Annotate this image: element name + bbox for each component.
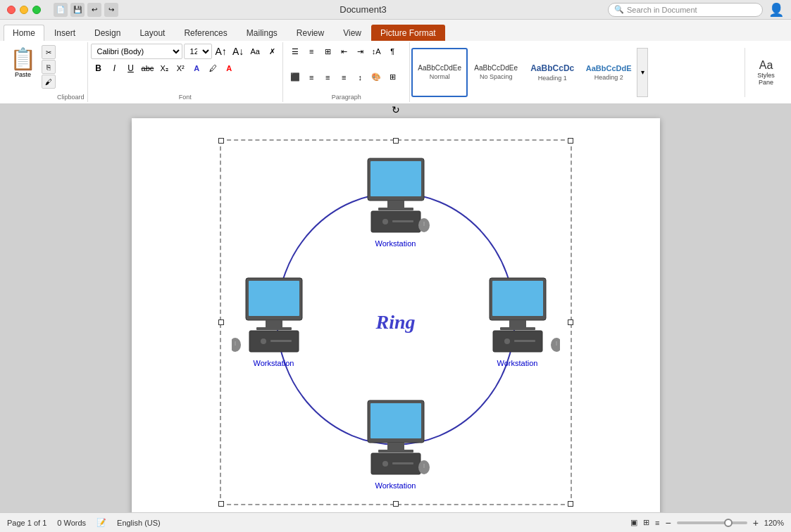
format-painter-button[interactable]: 🖌 bbox=[42, 75, 56, 89]
copy-button[interactable]: ⎘ bbox=[42, 60, 56, 74]
style-normal[interactable]: AaBbCcDdEe Normal bbox=[411, 48, 468, 97]
title-bar-right: 🔍 Search in Document 👤 bbox=[608, 2, 784, 18]
numbering-button[interactable]: ≡ bbox=[304, 44, 319, 59]
bold-button[interactable]: B bbox=[91, 61, 106, 76]
tab-review[interactable]: Review bbox=[287, 25, 333, 41]
undo-icon[interactable]: ↩ bbox=[87, 3, 101, 17]
style-heading2-label: Heading 2 bbox=[594, 74, 623, 81]
handle-tl[interactable] bbox=[218, 138, 224, 144]
increase-indent-button[interactable]: ⇥ bbox=[352, 44, 368, 59]
font-name-select[interactable]: Calibri (Body) bbox=[91, 44, 182, 59]
minimize-button[interactable] bbox=[20, 6, 28, 14]
svg-point-15 bbox=[261, 338, 266, 344]
cut-button[interactable]: ✂ bbox=[42, 45, 56, 59]
paste-button[interactable]: 📋 Paste bbox=[6, 44, 40, 101]
styles-pane-label: Styles Pane bbox=[757, 72, 775, 86]
doc-icon[interactable]: 📄 bbox=[54, 3, 68, 17]
ring-label: Ring bbox=[375, 311, 415, 334]
tab-home[interactable]: Home bbox=[4, 25, 44, 41]
styles-pane-button[interactable]: Aa Styles Pane bbox=[745, 48, 787, 97]
decrease-font-button[interactable]: A↓ bbox=[230, 44, 246, 59]
styles-scroll-button[interactable]: ▾ bbox=[637, 48, 648, 97]
svg-point-6 bbox=[382, 219, 388, 224]
maximize-button[interactable] bbox=[32, 6, 41, 14]
svg-rect-3 bbox=[387, 201, 404, 208]
handle-tm[interactable] bbox=[393, 138, 399, 144]
search-box[interactable]: 🔍 Search in Document bbox=[608, 3, 763, 17]
tab-view[interactable]: View bbox=[334, 25, 370, 41]
handle-mr[interactable] bbox=[568, 319, 573, 325]
document-area[interactable]: ↻ Ring bbox=[0, 104, 791, 512]
search-placeholder: Search in Document bbox=[627, 6, 697, 14]
style-no-spacing[interactable]: AaBbCcDdEe No Spacing bbox=[468, 48, 524, 97]
multilevel-list-button[interactable]: ⊞ bbox=[320, 44, 335, 59]
font-group: Calibri (Body) 12 A↑ A↓ Aa ✗ B I U abc X… bbox=[88, 42, 284, 102]
sort-button[interactable]: ↕A bbox=[368, 44, 384, 59]
redo-icon[interactable]: ↪ bbox=[104, 3, 118, 17]
strikethrough-button[interactable]: abc bbox=[139, 61, 156, 76]
diagram-container[interactable]: Ring Workstation bbox=[220, 139, 572, 505]
bullets-button[interactable]: ☰ bbox=[287, 44, 303, 59]
borders-button[interactable]: ⊞ bbox=[385, 70, 400, 85]
handle-ml[interactable] bbox=[218, 319, 224, 325]
zoom-in-icon[interactable]: + bbox=[753, 517, 759, 528]
shading-button[interactable]: 🎨 bbox=[368, 70, 384, 85]
zoom-out-icon[interactable]: − bbox=[665, 517, 671, 528]
increase-font-button[interactable]: A↑ bbox=[213, 44, 229, 59]
tab-references[interactable]: References bbox=[175, 25, 236, 41]
change-case-button[interactable]: Aa bbox=[247, 44, 263, 59]
font-size-select[interactable]: 12 bbox=[184, 44, 212, 59]
subscript-button[interactable]: X₂ bbox=[156, 61, 172, 76]
view-read-icon[interactable]: ≡ bbox=[655, 519, 659, 527]
handle-br[interactable] bbox=[568, 501, 573, 507]
font-color-button[interactable]: A bbox=[221, 61, 237, 76]
handle-tr[interactable] bbox=[568, 138, 573, 144]
page-info: Page 1 of 1 bbox=[7, 519, 46, 527]
clear-format-button[interactable]: ✗ bbox=[264, 44, 280, 59]
style-heading1[interactable]: AaBbCcDc Heading 1 bbox=[524, 48, 580, 97]
save-icon[interactable]: 💾 bbox=[70, 3, 85, 17]
rotation-handle[interactable]: ↻ bbox=[392, 104, 400, 115]
tab-design[interactable]: Design bbox=[85, 25, 130, 41]
handle-bm[interactable] bbox=[393, 501, 399, 507]
zoom-slider[interactable] bbox=[677, 521, 747, 524]
language: English (US) bbox=[117, 519, 161, 527]
show-hide-button[interactable]: ¶ bbox=[385, 44, 400, 59]
status-bar: Page 1 of 1 0 Words 📝 English (US) ▣ ⊞ ≡… bbox=[0, 512, 791, 532]
svg-rect-16 bbox=[270, 340, 292, 342]
title-bar-icons: 📄 💾 ↩ ↪ bbox=[54, 3, 118, 17]
search-icon: 🔍 bbox=[614, 5, 624, 14]
status-right: ▣ ⊞ ≡ − + 120% bbox=[630, 517, 784, 528]
view-normal-icon[interactable]: ▣ bbox=[630, 518, 637, 527]
align-left-button[interactable]: ⬛ bbox=[287, 70, 303, 85]
text-effects-button[interactable]: A bbox=[189, 61, 204, 76]
style-no-spacing-label: No Spacing bbox=[480, 73, 513, 80]
style-normal-preview: AaBbCcDdEe bbox=[418, 64, 461, 72]
superscript-button[interactable]: X² bbox=[173, 61, 188, 76]
account-icon[interactable]: 👤 bbox=[768, 2, 784, 18]
svg-point-33 bbox=[382, 461, 388, 467]
clipboard-small-buttons: ✂ ⎘ 🖌 bbox=[40, 44, 57, 101]
handle-bl[interactable] bbox=[218, 501, 224, 507]
style-heading2[interactable]: AaBbCcDdE Heading 2 bbox=[580, 48, 637, 97]
align-right-button[interactable]: ≡ bbox=[320, 70, 335, 85]
decrease-indent-button[interactable]: ⇤ bbox=[336, 44, 351, 59]
italic-button[interactable]: I bbox=[107, 61, 123, 76]
zoom-thumb[interactable] bbox=[724, 519, 733, 527]
workstation-bottom-icon bbox=[354, 397, 438, 481]
line-spacing-button[interactable]: ↕ bbox=[352, 70, 368, 85]
word-count: 0 Words bbox=[57, 519, 86, 527]
proofing-icon[interactable]: 📝 bbox=[96, 518, 106, 527]
underline-button[interactable]: U bbox=[123, 61, 139, 76]
workstation-right-label: Workstation bbox=[497, 359, 538, 367]
close-button[interactable] bbox=[7, 6, 15, 14]
tab-mailings[interactable]: Mailings bbox=[237, 25, 287, 41]
view-layout-icon[interactable]: ⊞ bbox=[643, 518, 649, 527]
tab-picture-format[interactable]: Picture Format bbox=[371, 25, 445, 41]
justify-button[interactable]: ≡ bbox=[336, 70, 351, 85]
tab-layout[interactable]: Layout bbox=[130, 25, 174, 41]
tab-insert[interactable]: Insert bbox=[45, 25, 85, 41]
highlight-button[interactable]: 🖊 bbox=[205, 61, 220, 76]
svg-rect-2 bbox=[370, 161, 421, 196]
align-center-button[interactable]: ≡ bbox=[304, 70, 319, 85]
